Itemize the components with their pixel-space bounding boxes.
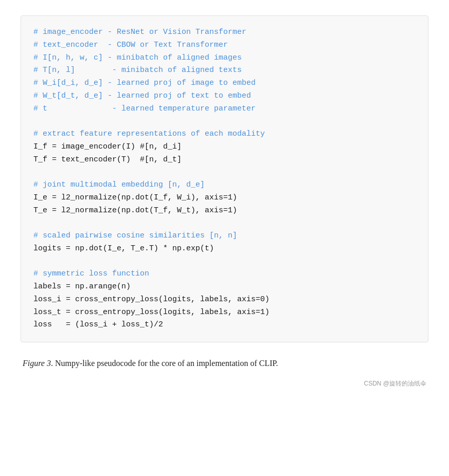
watermark-text: CSDN @旋转的油纸伞 [364, 380, 426, 387]
caption-figure-label: Figure 3 [23, 359, 51, 368]
code-block: # image_encoder - ResNet or Vision Trans… [21, 15, 428, 342]
watermark: CSDN @旋转的油纸伞 [21, 379, 428, 388]
caption-text: Figure 3. Numpy-like pseudocode for the … [23, 357, 426, 370]
page-container: # image_encoder - ResNet or Vision Trans… [0, 0, 449, 476]
caption-body: . Numpy-like pseudocode for the core of … [51, 359, 278, 368]
caption-area: Figure 3. Numpy-like pseudocode for the … [21, 357, 428, 370]
